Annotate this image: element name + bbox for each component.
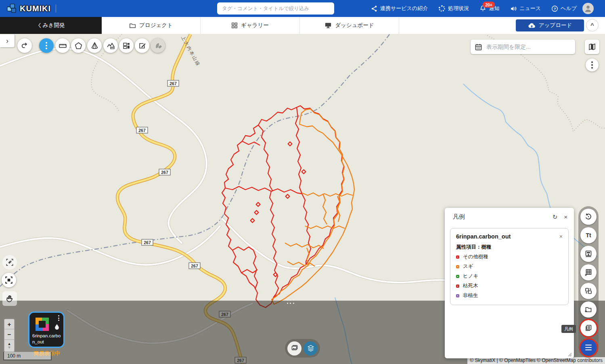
- notification-badge: 20+: [483, 2, 495, 8]
- image-download-icon: [584, 250, 592, 258]
- layer-menu-icon[interactable]: [58, 315, 59, 321]
- move-crosshair-icon: [5, 258, 14, 267]
- tab-projects[interactable]: プロジェクト: [102, 17, 201, 34]
- vertical-dots-icon: [591, 61, 593, 69]
- measure-volume-button[interactable]: [87, 38, 102, 53]
- collapse-header-button[interactable]: ^: [586, 19, 599, 31]
- pan-hand-button[interactable]: [2, 291, 17, 306]
- legend-swatch: [456, 275, 459, 278]
- legend-item: スギ: [456, 263, 563, 270]
- elevation-profile-button[interactable]: [103, 38, 118, 53]
- map-more-options-button[interactable]: [586, 59, 599, 71]
- panel-drag-handle[interactable]: [287, 299, 295, 305]
- nav-notifications[interactable]: 通知 20+: [479, 5, 499, 12]
- tab-kumiki-dev[interactable]: くみき開発: [0, 17, 102, 34]
- basemap-style-button[interactable]: [585, 40, 599, 54]
- hand-cursor-icon: [5, 294, 14, 303]
- menu-button[interactable]: [580, 339, 597, 356]
- map-viewport: 上大内本山線: [0, 34, 605, 364]
- basemap-switcher: [285, 339, 320, 358]
- zoom-in-button[interactable]: +: [4, 319, 15, 329]
- header-divider: [56, 4, 56, 13]
- legend-item: 枯死木: [456, 282, 563, 289]
- legend-swatch: [456, 285, 459, 288]
- layer-name: 6rinpan.carbon_out: [32, 333, 61, 345]
- chevron-up-icon: ^: [590, 22, 594, 29]
- legend-item: 非植生: [456, 292, 563, 299]
- zoom-control: + − ▲ ▼: [4, 319, 15, 352]
- top-header: KUMIKI 連携サービスの紹介 処理状況: [0, 0, 605, 17]
- speaker-icon: [510, 5, 517, 12]
- svg-text:267: 267: [191, 264, 198, 268]
- nav-news[interactable]: ニュース: [510, 5, 541, 12]
- reposition-button[interactable]: [2, 255, 17, 270]
- table-add-icon: [584, 268, 592, 276]
- layer-thumbnail-icon: [36, 318, 49, 331]
- svg-text:267: 267: [170, 81, 177, 86]
- legend-swatch: [456, 255, 459, 259]
- map-scale-bar: 100 m: [3, 352, 52, 360]
- focus-extent-button[interactable]: [2, 273, 16, 287]
- chevron-right-icon: ›: [6, 37, 8, 45]
- svg-text:?: ?: [554, 6, 556, 10]
- export-image-button[interactable]: [580, 246, 597, 262]
- swap-layers-button[interactable]: [580, 283, 597, 299]
- legend-attribute-label: 属性項目：樹種: [456, 244, 563, 251]
- measure-distance-button[interactable]: [55, 38, 70, 53]
- app-window: KUMIKI 連携サービスの紹介 処理状況: [0, 0, 605, 364]
- layout-icon: [122, 42, 131, 50]
- legend-swatch: [456, 265, 459, 268]
- legend-item: その他樹種: [456, 253, 563, 260]
- layers-button[interactable]: [304, 341, 318, 356]
- cone-icon: [90, 42, 99, 50]
- tab-dashboard[interactable]: ダッシュボード: [300, 17, 399, 34]
- legend-layer-name: 6rinpan.carbon_out: [456, 233, 559, 240]
- history-reset-button[interactable]: [580, 209, 597, 225]
- compare-layout-button[interactable]: [119, 38, 134, 53]
- legend-item: ヒノキ: [456, 273, 563, 280]
- kumiki-logo[interactable]: KUMIKI: [0, 3, 51, 14]
- legend-close-icon[interactable]: ×: [564, 213, 567, 220]
- legend-title: 凡例: [453, 213, 546, 221]
- svg-text:267: 267: [161, 170, 168, 175]
- layer-card[interactable]: 6rinpan.carbon_out: [28, 312, 65, 348]
- text-labels-button[interactable]: Tt: [580, 227, 597, 243]
- legend-resize-handle[interactable]: [567, 352, 572, 357]
- pentagon-icon: [74, 42, 83, 50]
- person-icon: [584, 4, 592, 13]
- pitch-toggle-button[interactable]: ▲ ▼: [4, 340, 15, 352]
- opacity-drop-icon[interactable]: [53, 323, 61, 331]
- elevation-icon: [107, 42, 115, 50]
- map-icon: [588, 43, 596, 51]
- tab-gallery[interactable]: ギャラリー: [201, 17, 300, 34]
- add-table-button[interactable]: [580, 264, 597, 280]
- date-filter-box: [471, 40, 575, 54]
- vertical-dots-icon: [46, 42, 47, 49]
- date-filter-input[interactable]: [486, 43, 566, 50]
- measure-area-button[interactable]: [71, 38, 86, 53]
- legend-refresh-icon[interactable]: ↻: [553, 213, 558, 221]
- legend-layer-close-icon[interactable]: ×: [559, 233, 563, 240]
- nav-processing-status[interactable]: 処理状況: [438, 5, 469, 12]
- user-avatar[interactable]: [582, 3, 594, 14]
- tool-menu-button-active[interactable]: [39, 38, 54, 53]
- nav-service-intro[interactable]: 連携サービスの紹介: [371, 5, 428, 12]
- upload-button[interactable]: アップロード: [516, 19, 584, 31]
- legend-panel: 凡例 ↻ × 6rinpan.carbon_out × 属性項目：樹種 その他樹…: [445, 208, 574, 358]
- edit-annotation-button[interactable]: [135, 38, 149, 53]
- legend-panel-button[interactable]: [580, 320, 597, 336]
- search-input[interactable]: [217, 2, 334, 15]
- imagery-layer-button[interactable]: [287, 341, 301, 356]
- monitor-icon: [324, 22, 332, 29]
- header-nav: 連携サービスの紹介 処理状況 通知 20+: [371, 0, 577, 17]
- zoom-out-button[interactable]: −: [4, 329, 15, 340]
- text-tool-icon: Tt: [586, 232, 591, 238]
- legend-panel-header: 凡例 ↻ ×: [445, 208, 574, 225]
- svg-text:267: 267: [138, 128, 146, 133]
- folder-plus-icon: [584, 305, 592, 314]
- nav-help[interactable]: ? ヘルプ: [551, 5, 577, 12]
- add-folder-button[interactable]: [580, 301, 597, 318]
- left-panel-expander[interactable]: ›: [0, 34, 15, 47]
- folder-icon: [129, 22, 136, 29]
- undo-button[interactable]: [17, 38, 32, 53]
